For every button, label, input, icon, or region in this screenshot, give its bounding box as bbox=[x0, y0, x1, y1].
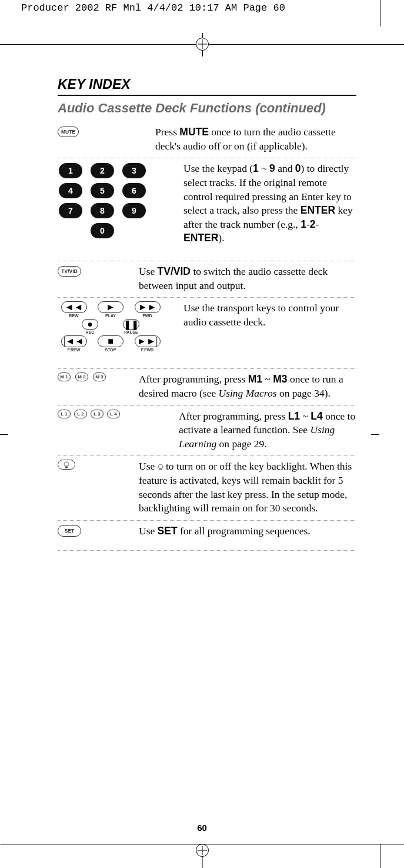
row-light: Use to turn on or off the key backlight.… bbox=[58, 456, 356, 521]
tvvid-button-icon: TV/VID bbox=[58, 266, 81, 277]
fwd-icon: ►► bbox=[135, 301, 161, 313]
frew-icon: |◄◄ bbox=[61, 335, 87, 347]
row-transport: ◄◄REW ►PLAY ►►FWD ●REC ❚❚PAUSE |◄◄F.REW … bbox=[58, 298, 356, 369]
key-6: 6 bbox=[122, 183, 146, 198]
subsection-title: Audio Cassette Deck Functions (continued… bbox=[58, 101, 356, 116]
row-mute: MUTE Press MUTE once to turn the audio c… bbox=[58, 122, 356, 158]
m3-button-icon: M 3 bbox=[93, 373, 106, 381]
rec-icon: ● bbox=[82, 319, 98, 330]
transport-keys-icon: ◄◄REW ►PLAY ►►FWD ●REC ❚❚PAUSE |◄◄F.REW … bbox=[58, 301, 163, 352]
mute-button-icon: MUTE bbox=[58, 127, 79, 137]
key-4: 4 bbox=[59, 183, 82, 198]
key-2: 2 bbox=[91, 163, 114, 178]
tvvid-description: Use TV/VID to switch the audio cassette … bbox=[134, 265, 356, 292]
crop-mark bbox=[380, 0, 380, 26]
learn-description: After programming, press L1 ~ L4 once to… bbox=[158, 410, 356, 451]
crop-mark bbox=[0, 434, 8, 435]
set-description: Use SET for all programming sequences. bbox=[134, 524, 356, 538]
crop-mark bbox=[371, 434, 379, 435]
key-8: 8 bbox=[91, 203, 114, 218]
l4-button-icon: L 4 bbox=[107, 410, 120, 418]
key-7: 7 bbox=[59, 203, 82, 218]
registration-mark-icon bbox=[196, 38, 209, 51]
key-1: 1 bbox=[59, 163, 82, 178]
transport-description: Use the transport keys to control your a… bbox=[169, 301, 356, 329]
row-set: SET Use SET for all programming sequence… bbox=[58, 521, 356, 551]
row-keypad: 1 2 3 4 5 6 7 8 9 0 Use the keypad (1 ~ … bbox=[58, 158, 356, 261]
play-icon: ► bbox=[98, 301, 123, 313]
row-macros: M 1 M 2 M 3 After programming, press M1 … bbox=[58, 369, 356, 405]
key-9: 9 bbox=[122, 203, 146, 218]
key-0: 0 bbox=[91, 223, 114, 238]
page-number: 60 bbox=[197, 823, 207, 833]
m2-button-icon: M 2 bbox=[75, 373, 88, 381]
stop-icon: ■ bbox=[98, 335, 123, 347]
section-title: KEY INDEX bbox=[58, 77, 356, 92]
keypad-icon: 1 2 3 4 5 6 7 8 9 0 bbox=[58, 162, 169, 240]
light-description: Use to turn on or off the key backlight.… bbox=[134, 460, 356, 516]
mute-description: Press MUTE once to turn the audio casset… bbox=[151, 125, 356, 153]
rew-icon: ◄◄ bbox=[61, 301, 87, 313]
row-tvvid: TV/VID Use TV/VID to switch the audio ca… bbox=[58, 261, 356, 298]
m1-button-icon: M 1 bbox=[58, 373, 71, 381]
l3-button-icon: L 3 bbox=[91, 410, 103, 418]
registration-mark-icon bbox=[196, 844, 209, 857]
set-button-icon: SET bbox=[58, 525, 81, 537]
page-content: KEY INDEX Audio Cassette Deck Functions … bbox=[58, 77, 356, 551]
crop-mark-header: Producer 2002 RF Mnl 4/4/02 10:17 AM Pag… bbox=[21, 2, 285, 14]
l1-button-icon: L 1 bbox=[58, 410, 71, 418]
rule bbox=[58, 95, 356, 96]
l2-button-icon: L 2 bbox=[74, 410, 87, 418]
crop-mark bbox=[380, 844, 380, 868]
ffwd-icon: ►►| bbox=[135, 335, 161, 347]
pause-icon: ❚❚ bbox=[123, 319, 139, 330]
keypad-description: Use the keypad (1 ~ 9 and 0) to directly… bbox=[169, 162, 356, 245]
key-3: 3 bbox=[122, 163, 146, 178]
macros-description: After programming, press M1 ~ M3 once to… bbox=[134, 373, 356, 400]
key-5: 5 bbox=[91, 183, 114, 198]
row-learn: L 1 L 2 L 3 L 4 After programming, press… bbox=[58, 406, 356, 457]
light-button-icon bbox=[58, 460, 75, 470]
